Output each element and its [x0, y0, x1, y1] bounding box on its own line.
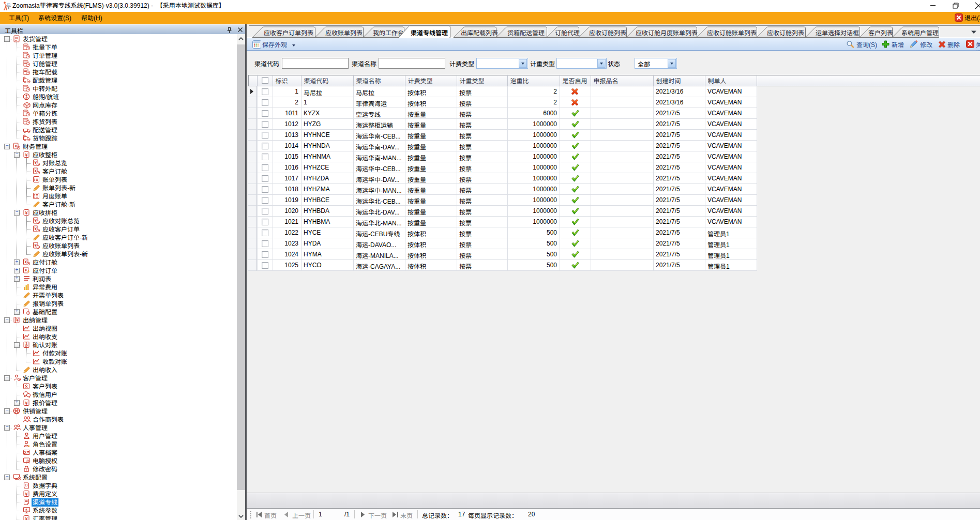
- svg-text:应收账单列表: 应收账单列表: [325, 29, 363, 37]
- svg-text:¥: ¥: [25, 401, 27, 406]
- svg-text:$: $: [25, 342, 27, 345]
- svg-text:¥: ¥: [25, 152, 27, 158]
- svg-text:出库配载列表: 出库配载列表: [461, 29, 498, 37]
- svg-text:应收客户订单列表: 应收客户订单列表: [264, 29, 313, 37]
- svg-text:应收订舱月度账单列表: 应收订舱月度账单列表: [636, 29, 698, 37]
- svg-text:应收订舱列表: 应收订舱列表: [767, 29, 804, 37]
- svg-text:货箱配送管理: 货箱配送管理: [507, 29, 545, 37]
- svg-text:应收订舱列表: 应收订舱列表: [589, 29, 626, 37]
- svg-text:¥: ¥: [25, 516, 27, 520]
- svg-text:渠道专线管理: 渠道专线管理: [411, 29, 448, 37]
- svg-text:D: D: [25, 483, 28, 487]
- svg-text:我的工作台: 我的工作台: [373, 29, 404, 37]
- svg-text:¥: ¥: [25, 492, 27, 497]
- svg-text:应收订舱账单列表: 应收订舱账单列表: [707, 29, 757, 37]
- svg-text:客户列表: 客户列表: [868, 29, 893, 37]
- svg-text:¥: ¥: [16, 317, 19, 323]
- svg-text:运单选择对话框: 运单选择对话框: [816, 29, 859, 37]
- svg-text:¥: ¥: [25, 268, 27, 272]
- svg-text:订舱代理: 订舱代理: [555, 29, 580, 37]
- svg-text:系统用户管理: 系统用户管理: [901, 29, 939, 37]
- svg-text:¥: ¥: [25, 210, 27, 216]
